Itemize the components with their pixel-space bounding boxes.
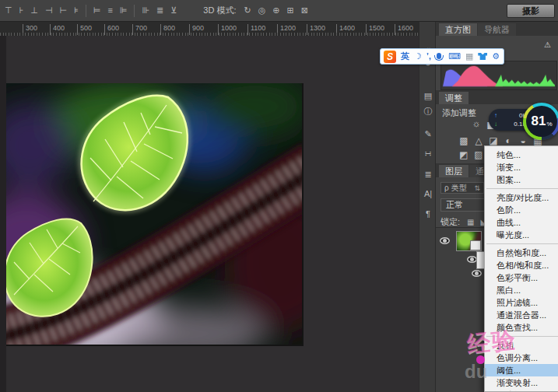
adjustment-icon[interactable]: ▨ — [474, 150, 483, 159]
spread-icon[interactable]: ≣ — [156, 6, 163, 15]
menu-item[interactable]: 阈值... — [485, 364, 558, 376]
histogram-refresh-warning-icon[interactable]: ⚠ — [544, 40, 551, 49]
spread-icon[interactable]: ⊻ — [170, 6, 177, 15]
layer-filter-dropdown[interactable]: ρ 类型 ⇅ — [440, 182, 484, 194]
adjustment-icon[interactable]: ◒ — [518, 136, 528, 145]
tab-adjustments[interactable]: 调整 — [439, 92, 469, 104]
chevron-updown-icon: ⇅ — [474, 184, 480, 192]
adjustment-icon[interactable]: ◐ — [504, 136, 513, 145]
adjustment-icon[interactable]: ◪ — [489, 136, 498, 145]
info-icon[interactable]: ⓘ — [419, 107, 437, 116]
menu-item[interactable]: 渐变映射... — [485, 376, 558, 389]
adjustment-icons-row2: ▩△◪◐◒▦ — [459, 136, 542, 145]
lock-icon[interactable]: ▦ — [467, 218, 474, 226]
menu-item — [485, 241, 558, 247]
brush-panel-icon[interactable]: ✎ — [419, 130, 437, 138]
punctuation-icon[interactable]: ’, — [426, 52, 431, 61]
adjustment-icons-row3: ◩▨ — [459, 150, 483, 159]
menu-item[interactable]: 色阶... — [485, 204, 558, 216]
blend-mode-dropdown[interactable]: 正常 — [440, 198, 486, 212]
menu-item[interactable]: 通道混合器... — [485, 309, 558, 321]
distribute-icon[interactable]: ⊨ — [93, 6, 101, 15]
3d-mode-icon[interactable]: ◎ — [258, 6, 266, 15]
menu-item[interactable]: 照片滤镜... — [485, 296, 558, 309]
timeline-icon[interactable]: ≣ — [419, 170, 437, 179]
options-bar: ⊤⊦⊥⊣⊢⊧ ⊨≡⊫ ⊪≣⊻ 3D 模式: ↻◎⊕⊞⊠ 摄影 — [0, 0, 558, 22]
microphone-icon[interactable] — [437, 53, 441, 59]
menu-item[interactable]: 色彩平衡... — [485, 271, 558, 284]
ruler-tick-label: 800 — [163, 24, 175, 32]
menu-item — [485, 186, 558, 191]
photoshop-window: ⊤⊦⊥⊣⊢⊧ ⊨≡⊫ ⊪≣⊻ 3D 模式: ↻◎⊕⊞⊠ 摄影 300400500… — [0, 0, 558, 392]
histogram-panel-tabs: 直方图 导航器 — [436, 22, 558, 36]
spread-icon[interactable]: ⊪ — [142, 6, 149, 15]
3d-mode-icon[interactable]: ↻ — [244, 6, 251, 15]
align-icon[interactable]: ⊥ — [30, 6, 38, 15]
align-icon[interactable]: ⊤ — [5, 6, 12, 15]
ruler-tick-label: 300 — [26, 24, 37, 32]
menu-item[interactable]: 曲线... — [485, 216, 558, 229]
layer-visibility-eye-icon[interactable] — [472, 270, 482, 277]
sogou-ime-bar[interactable]: S 英 ☽ ’, ⌨ ▦ ⚙ — [380, 48, 504, 65]
menu-item[interactable]: 纯色... — [485, 149, 558, 161]
toolbox-icon[interactable]: ▦ — [465, 52, 473, 61]
tab-navigator[interactable]: 导航器 — [478, 23, 516, 36]
collapsed-panels-strip: «↺▤ⓘ✎∺≣A|¶ — [419, 22, 436, 392]
3d-mode-icons-group: ↻◎⊕⊞⊠ — [244, 6, 308, 15]
settings-wrench-icon[interactable]: ⚙ — [492, 52, 500, 61]
distribute-icons-group: ⊨≡⊫ — [93, 6, 128, 15]
ruler-tick-label: 1400 — [339, 24, 355, 32]
paragraph-panel-icon[interactable]: ¶ — [419, 210, 437, 219]
workspace-switcher-button[interactable]: 摄影 — [507, 4, 555, 18]
sogou-logo-icon[interactable]: S — [384, 51, 396, 63]
tool-presets-icon[interactable]: ∺ — [419, 149, 437, 158]
3d-mode-icon[interactable]: ⊞ — [287, 6, 294, 15]
ruler-tick-label: 400 — [53, 24, 65, 32]
watermark-subtext: du — [465, 361, 487, 383]
layer-comps-icon[interactable]: ▤ — [419, 92, 437, 100]
spread-icons-group: ⊪≣⊻ — [142, 6, 177, 15]
3d-mode-icon[interactable]: ⊕ — [272, 6, 279, 15]
skin-tshirt-icon[interactable] — [478, 53, 487, 60]
menu-item[interactable]: 亮度/对比度... — [485, 191, 558, 204]
ruler-tick-label: 600 — [107, 24, 119, 32]
toolbar-divider — [86, 5, 86, 17]
soft-keyboard-icon[interactable]: ⌨ — [448, 52, 461, 61]
align-icon[interactable]: ⊣ — [45, 6, 53, 15]
tab-layers[interactable]: 图层 — [439, 165, 469, 177]
menu-item[interactable]: 黑白... — [485, 284, 558, 296]
align-icon[interactable]: ⊦ — [19, 6, 24, 15]
menu-item[interactable]: 色相/饱和度... — [485, 259, 558, 271]
tab-histogram[interactable]: 直方图 — [439, 23, 477, 36]
distribute-icon[interactable]: ≡ — [107, 6, 112, 15]
adjustment-icon[interactable]: ▩ — [459, 136, 469, 145]
watermark-dot — [476, 355, 485, 364]
align-icon[interactable]: ⊧ — [74, 6, 79, 15]
ruler-tick-label: 1000 — [221, 24, 237, 32]
menu-item[interactable]: 可选颜色... — [485, 389, 558, 392]
adjustment-icon[interactable]: ◩ — [459, 150, 469, 159]
memory-percent-badge[interactable]: 81% — [523, 103, 558, 140]
layer-thumbnail-badge — [470, 240, 481, 250]
distribute-icon[interactable]: ⊫ — [120, 6, 128, 15]
menu-item[interactable]: 曝光度... — [485, 229, 558, 241]
menu-item[interactable]: 渐变... — [485, 161, 558, 173]
ime-language-mode[interactable]: 英 — [401, 52, 409, 61]
menu-item[interactable]: 图案... — [485, 173, 558, 186]
character-panel-icon[interactable]: A| — [419, 190, 437, 198]
add-adjustment-label: 添加调整 — [442, 107, 476, 119]
3d-mode-icon[interactable]: ⊠ — [301, 6, 308, 15]
ruler-tick-label: 500 — [80, 24, 92, 32]
layer-visibility-eye-icon[interactable] — [440, 237, 450, 244]
align-icon[interactable]: ⊢ — [60, 6, 68, 15]
adjustment-icon[interactable]: △ — [474, 136, 483, 145]
adjustment-icon[interactable]: ☼ — [472, 119, 481, 128]
ruler-tick-label: 1300 — [310, 24, 325, 32]
menu-item[interactable]: 自然饱和度... — [485, 247, 558, 259]
halfwidth-moon-icon[interactable]: ☽ — [414, 52, 422, 61]
lock-label: 锁定: — [440, 216, 460, 228]
document-canvas-photo[interactable] — [6, 83, 302, 345]
3d-mode-label: 3D 模式: — [203, 5, 236, 16]
histogram-display — [440, 61, 557, 90]
toolbar-divider — [134, 5, 135, 17]
